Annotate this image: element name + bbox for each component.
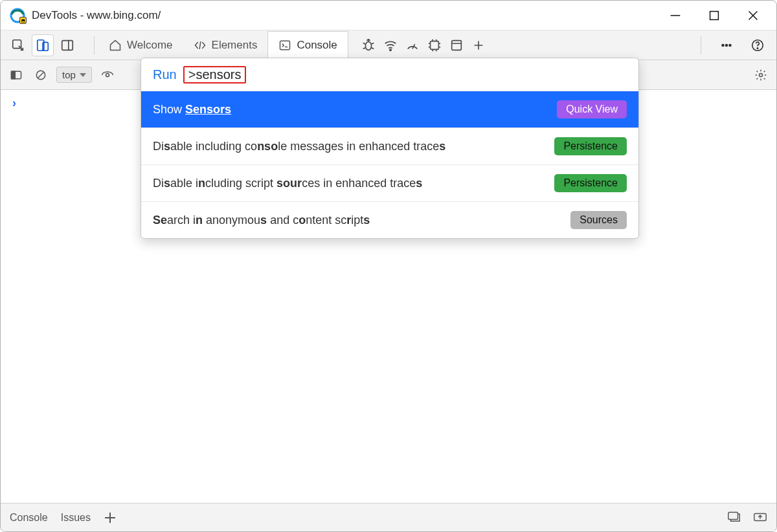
tab-elements[interactable]: Elements xyxy=(183,30,268,60)
svg-point-20 xyxy=(726,44,728,46)
command-item-disable-console-messages[interactable]: Disable including console messages in en… xyxy=(141,127,638,164)
debugger-icon[interactable] xyxy=(357,34,379,56)
svg-rect-30 xyxy=(728,512,738,519)
command-category-pill: Sources xyxy=(570,211,627,229)
execution-context-select[interactable]: top xyxy=(56,67,92,83)
svg-point-21 xyxy=(729,44,731,46)
svg-point-28 xyxy=(106,73,109,76)
drawer-expand-icon[interactable] xyxy=(753,511,767,525)
svg-point-29 xyxy=(760,73,763,76)
more-options-icon[interactable] xyxy=(717,36,736,55)
tab-welcome[interactable]: Welcome xyxy=(98,30,183,60)
svg-point-19 xyxy=(722,44,724,46)
window-close-button[interactable] xyxy=(734,1,772,30)
svg-point-12 xyxy=(390,49,391,50)
tab-console-label: Console xyxy=(297,39,337,52)
console-settings-icon[interactable] xyxy=(752,66,770,84)
home-icon xyxy=(109,39,122,52)
tab-console[interactable]: Console xyxy=(267,31,348,60)
drawer-errors-icon[interactable] xyxy=(727,511,741,525)
network-conditions-icon[interactable] xyxy=(379,34,401,56)
drawer-add-tab-icon[interactable] xyxy=(104,511,117,524)
command-category-pill: Persistence xyxy=(554,137,627,155)
drawer-tab-console[interactable]: Console xyxy=(10,512,48,524)
window-titlebar: ⬒ DevTools - www.bing.com/ xyxy=(1,1,776,30)
memory-icon[interactable] xyxy=(423,34,445,56)
svg-rect-8 xyxy=(62,40,73,50)
device-toolbar-icon[interactable] xyxy=(32,34,54,56)
svg-rect-14 xyxy=(430,41,438,49)
tab-welcome-label: Welcome xyxy=(127,39,173,52)
svg-rect-10 xyxy=(280,41,290,49)
dock-side-icon[interactable] xyxy=(56,34,78,56)
svg-line-27 xyxy=(38,72,44,78)
command-item-label: Show Sensors xyxy=(153,103,231,116)
svg-rect-25 xyxy=(12,71,16,79)
window-minimize-button[interactable] xyxy=(656,1,695,30)
code-icon xyxy=(194,39,207,52)
command-category-pill: Quick View xyxy=(557,100,627,118)
command-run-label: Run xyxy=(153,67,177,82)
clear-console-icon[interactable] xyxy=(32,66,50,84)
svg-point-11 xyxy=(365,41,371,50)
dropdown-icon xyxy=(80,73,86,77)
application-icon[interactable] xyxy=(445,34,467,56)
window-maximize-button[interactable] xyxy=(695,1,734,30)
svg-point-23 xyxy=(757,47,758,48)
command-category-pill: Persistence xyxy=(554,174,627,192)
command-menu-list: Show Sensors Quick View Disable includin… xyxy=(141,91,638,238)
window-title: DevTools - www.bing.com/ xyxy=(32,9,161,22)
live-expression-icon[interactable] xyxy=(98,66,117,84)
execution-context-label: top xyxy=(62,69,76,80)
separator xyxy=(701,36,701,54)
svg-rect-2 xyxy=(710,11,719,19)
command-item-show-sensors[interactable]: Show Sensors Quick View xyxy=(141,91,638,127)
command-item-search-content-scripts[interactable]: Search in anonymous and content scripts … xyxy=(141,201,638,238)
console-icon xyxy=(278,39,291,52)
command-item-label: Disable including console messages in en… xyxy=(153,140,445,153)
inspect-element-icon[interactable] xyxy=(7,34,29,56)
separator xyxy=(94,36,95,54)
svg-rect-15 xyxy=(451,40,461,50)
command-menu-input[interactable]: >sensors xyxy=(183,66,247,83)
devtools-toolbar: Welcome Elements Console xyxy=(1,30,776,60)
app-icon: ⬒ xyxy=(10,8,25,23)
command-item-label: Disable including script sources in enha… xyxy=(153,177,422,190)
command-item-disable-script-sources[interactable]: Disable including script sources in enha… xyxy=(141,164,638,201)
help-icon[interactable] xyxy=(748,36,767,55)
performance-icon[interactable] xyxy=(401,34,423,56)
toggle-sidebar-icon[interactable] xyxy=(7,66,25,84)
add-tab-icon[interactable] xyxy=(467,34,490,56)
command-menu-input-row: Run >sensors xyxy=(141,58,638,91)
command-item-label: Search in anonymous and content scripts xyxy=(153,214,370,227)
console-prompt-caret: › xyxy=(12,96,16,110)
tab-elements-label: Elements xyxy=(212,39,258,52)
drawer-statusbar: Console Issues xyxy=(1,503,776,531)
drawer-tab-issues[interactable]: Issues xyxy=(61,512,91,524)
command-menu: Run >sensors Show Sensors Quick View Dis… xyxy=(141,58,639,239)
